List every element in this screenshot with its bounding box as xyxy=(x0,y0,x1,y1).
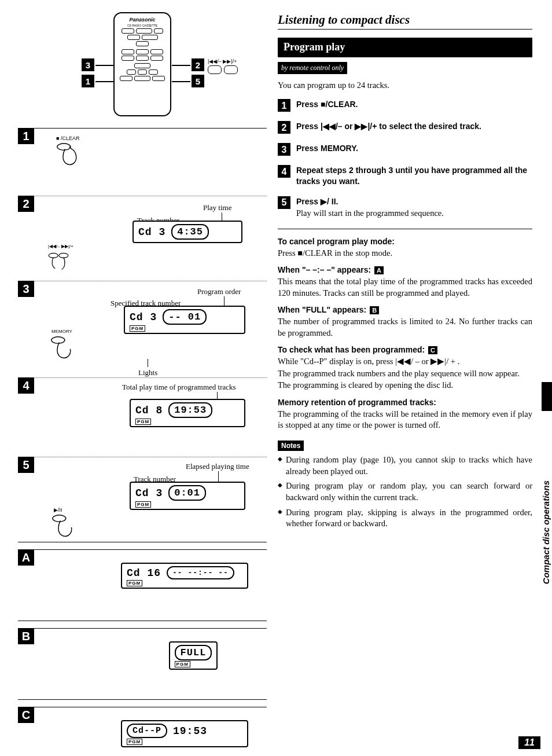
ref-A: A xyxy=(374,266,384,274)
svg-point-3 xyxy=(51,337,65,344)
hand-icon xyxy=(47,249,75,277)
step-5: 5 Press ▶/ II. Play will start in the pr… xyxy=(278,196,532,219)
check-body-2: The programmed track numbers and the pla… xyxy=(278,368,532,380)
label-elapsed-time: Elapsed playing time xyxy=(186,462,249,471)
callout-2: 2 xyxy=(192,58,204,71)
step-1: 1 Press ■/CLEAR. xyxy=(278,99,532,112)
program-play-header: Program play xyxy=(278,38,532,57)
panel-A: A Cd 16 -- --:-- -- PGM xyxy=(18,549,267,621)
ref-B: B xyxy=(370,306,379,314)
panel-2: 2 Track number Play time |◀◀/– ▶▶|/+ Cd … xyxy=(18,196,267,281)
text-column: Listening to compact discs Program play … xyxy=(278,12,532,756)
panel-1: 1 ■ /CLEAR xyxy=(18,128,267,196)
svg-point-4 xyxy=(53,515,66,522)
label-program-order: Program order xyxy=(197,287,241,296)
page-title: Listening to compact discs xyxy=(278,12,532,30)
panel-5: 5 Track number Elapsed playing time ▶/II… xyxy=(18,457,267,542)
notes-list: During random play (page 10), you cannot… xyxy=(278,454,532,529)
panel-3: 3 Specified track number Program order M… xyxy=(18,281,267,377)
svg-point-2 xyxy=(59,253,68,258)
cancel-head: To cancel program play mode: xyxy=(278,236,532,247)
note-2: During program play or random play, you … xyxy=(278,480,532,503)
lcd-5: Cd 3 0:01 PGM xyxy=(130,482,245,510)
skip-label: |◀◀/– ▶▶|/+ xyxy=(208,58,237,64)
illustrations-column: Panasonic CD RADIO CASSETTE 3 1 2 5 |◀◀/… xyxy=(17,12,267,756)
label-lights: Lights xyxy=(138,368,157,377)
mem-head: Memory retention of programmed tracks: xyxy=(278,397,532,408)
lcd-B: FULL PGM xyxy=(169,641,218,670)
label-play-time: Play time xyxy=(203,203,231,212)
panel-B: B FULL PGM xyxy=(18,628,267,700)
page-number: 11 xyxy=(518,736,540,749)
hand-icon xyxy=(55,141,83,169)
mem-body: The programming of the tracks will be re… xyxy=(278,409,532,431)
lcd-C: Cd--P 19:53 PGM xyxy=(121,720,248,747)
lcd-3: Cd 3 -- 01 PGM xyxy=(124,306,245,334)
callout-5: 5 xyxy=(192,75,204,87)
remote-only-tag: by remote control only xyxy=(278,62,347,74)
panel-1-number: 1 xyxy=(18,128,34,144)
lcd-2: Cd 3 4:35 xyxy=(133,221,242,243)
check-body-3: The programming is cleared by opening th… xyxy=(278,380,532,391)
lcd-4: Cd 8 19:53 PGM xyxy=(130,399,245,427)
step-4: 4 Repeat steps 2 through 3 until you hav… xyxy=(278,165,532,187)
lcd-A: Cd 16 -- --:-- -- PGM xyxy=(121,563,248,589)
full-body: The number of programmed tracks is limit… xyxy=(278,316,532,339)
note-3: During program play, skipping is always … xyxy=(278,507,532,530)
remote-subtitle: CD RADIO CASSETTE xyxy=(127,24,157,27)
full-head: When "FULL" appears: B xyxy=(278,304,532,315)
remote-brand: Panasonic xyxy=(129,17,155,23)
dash-body: This means that the total play time of t… xyxy=(278,276,532,299)
ref-C: C xyxy=(428,346,437,354)
label-total-play-time: Total play time of programmed tracks xyxy=(122,383,236,392)
check-body-1: While "Cd--P" display is on, press |◀◀/ … xyxy=(278,356,532,368)
panel-C: C Cd--P 19:53 PGM xyxy=(18,707,267,756)
intro-text: You can program up to 24 tracks. xyxy=(278,80,532,91)
callout-1: 1 xyxy=(82,75,94,87)
panel1-btn-label: ■ /CLEAR xyxy=(56,135,79,141)
remote-control: Panasonic CD RADIO CASSETTE xyxy=(113,12,171,116)
step-3: 3 Press MEMORY. xyxy=(278,143,532,156)
notes-label: Notes xyxy=(278,441,304,451)
note-1: During random play (page 10), you cannot… xyxy=(278,454,532,477)
check-head: To check what has been programmed: C xyxy=(278,344,532,355)
svg-point-1 xyxy=(49,253,58,258)
side-label: Compact disc operations xyxy=(541,480,551,584)
dash-head: When "– –:– –" appears: A xyxy=(278,265,532,276)
hand-icon xyxy=(49,335,77,362)
svg-point-0 xyxy=(57,144,71,151)
panel-4: 4 Total play time of programmed tracks C… xyxy=(18,377,267,457)
callout-3: 3 xyxy=(82,58,94,71)
remote-figure: Panasonic CD RADIO CASSETTE 3 1 2 5 |◀◀/… xyxy=(18,12,267,128)
side-tab xyxy=(542,382,552,411)
step-2: 2 Press |◀◀/– or ▶▶|/+ to select the des… xyxy=(278,121,532,134)
cancel-body: Press ■/CLEAR in the stop mode. xyxy=(278,248,532,259)
hand-icon xyxy=(50,513,78,541)
